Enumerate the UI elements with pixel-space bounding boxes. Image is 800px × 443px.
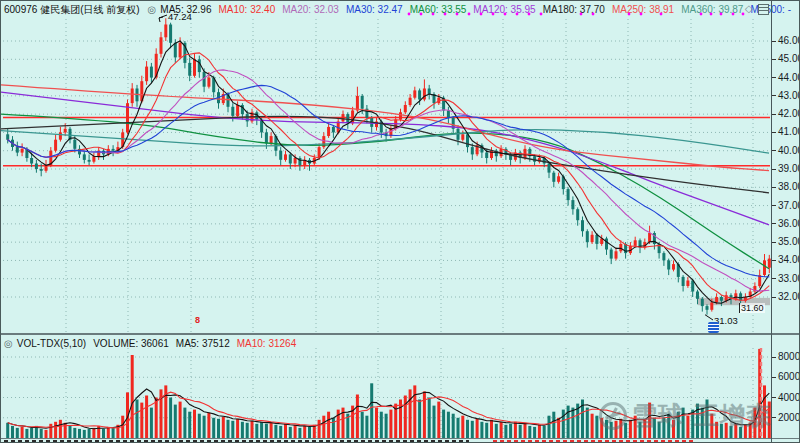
volume-legend: VOL-TDX(5,10)VOLUME: 36061MA5: 37512MA10… (17, 338, 304, 349)
axis-tick-label: 40.00 (778, 146, 800, 156)
axis-tick-label: 43.00 (778, 91, 800, 101)
legend-item: MA10: 31264 (237, 338, 297, 349)
tick-mark (772, 397, 776, 398)
short-ma-layer (8, 41, 770, 303)
axis-tick-label: 41.00 (778, 127, 800, 137)
annotation-leaders (159, 15, 713, 320)
volume-pane-bottom-divider (1, 438, 800, 439)
gear-icon[interactable]: ◎ (4, 338, 13, 349)
stock-app-window: 600976 健民集团(日线 前复权)◎MA5: 32.96MA10: 32.4… (0, 0, 800, 443)
volume-header: ◎VOL-TDX(5,10)VOLUME: 36061MA5: 37512MA1… (1, 336, 771, 352)
marked-price-label: 31.60 (739, 303, 765, 313)
legend-item: VOL-TDX(5,10) (17, 338, 86, 349)
pane-divider[interactable] (1, 333, 800, 335)
watermark-site: 雪球 (632, 399, 684, 432)
watermark-author: 王增森 (694, 399, 772, 432)
tick-mark (772, 169, 776, 170)
legend-item: MA5: 37512 (176, 338, 230, 349)
tick-mark (772, 114, 776, 115)
axis-tick-label: 34.00 (778, 255, 800, 265)
tick-mark (772, 59, 776, 60)
tick-mark (772, 377, 776, 378)
axis-tick-label: 40000 (778, 393, 800, 403)
tick-mark (772, 223, 776, 224)
event-badge-icon[interactable] (708, 322, 719, 333)
tick-mark (772, 95, 776, 96)
axis-tick-label: 39.00 (778, 164, 800, 174)
axis-tick-label: 37.00 (778, 201, 800, 211)
tick-mark (772, 187, 776, 188)
buy-signal-marker: 8 (195, 315, 200, 325)
tick-mark (772, 417, 776, 418)
axis-tick-label: 42.00 (778, 109, 800, 119)
axis-tick-label: 33.00 (778, 274, 800, 284)
tick-mark (772, 260, 776, 261)
axis-tick-label: 35.00 (778, 237, 800, 247)
tick-mark (772, 150, 776, 151)
axis-tick-label: 20000 (778, 413, 800, 423)
axis-tick-label: 36.00 (778, 219, 800, 229)
tick-mark (772, 242, 776, 243)
tick-mark (772, 77, 776, 78)
event-dots-layer (408, 13, 745, 16)
axis-tick-label: 60000 (778, 372, 800, 382)
axis-tick-label: 44.00 (778, 73, 800, 83)
watermark: 雪球 王增森 (599, 399, 772, 432)
grid-layer (3, 19, 770, 437)
peak-price-annotation: 47.24 (168, 12, 192, 22)
xueqiu-logo-icon (599, 402, 627, 430)
axis-tick-label: 80000 (778, 352, 800, 362)
axis-tick-label: 38.00 (778, 182, 800, 192)
tick-mark (772, 132, 776, 133)
tick-mark (772, 357, 776, 358)
legend-item: VOLUME: 36061 (93, 338, 169, 349)
axis-tick-label: 46.00 (778, 36, 800, 46)
axis-tick-label: 32.00 (778, 292, 800, 302)
tick-mark (772, 41, 776, 42)
axis-tick-label: 45.00 (778, 54, 800, 64)
chart-canvas[interactable] (1, 1, 800, 443)
tick-mark (772, 278, 776, 279)
tick-mark (772, 297, 776, 298)
tick-mark (772, 205, 776, 206)
